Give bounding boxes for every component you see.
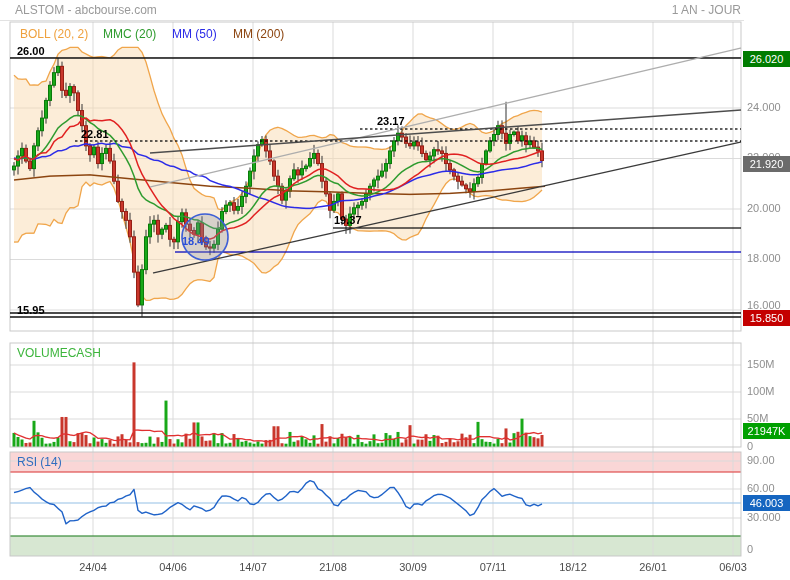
- legend-item-mm50[interactable]: MM (50): [172, 27, 217, 41]
- axis-badge: 15.850: [743, 310, 790, 326]
- x-axis-date-label: 18/12: [559, 561, 587, 573]
- instrument-title: ALSTOM - abcbourse.com: [15, 3, 157, 17]
- y-axis-tick-label: 18.000: [747, 252, 781, 264]
- stock-chart-window: ALSTOM - abcbourse.com 1 AN - JOUR BOLL …: [0, 0, 790, 580]
- y-axis-tick-label: 90.00: [747, 454, 775, 466]
- x-axis-date-label: 24/04: [79, 561, 107, 573]
- x-axis-date-label: 30/09: [399, 561, 427, 573]
- x-axis-date-label: 06/03: [719, 561, 747, 573]
- y-axis-tick-label: 0: [747, 440, 753, 452]
- y-axis-tick-label: 20.000: [747, 202, 781, 214]
- header-divider: [0, 20, 744, 21]
- price-chart-canvas[interactable]: [0, 0, 790, 580]
- axis-badge: 26.020: [743, 51, 790, 67]
- y-axis-tick-label: 30.000: [747, 511, 781, 523]
- price-annotation: 22.81: [81, 128, 109, 140]
- price-annotation: 23.17: [377, 115, 405, 127]
- price-annotation: 19.37: [334, 214, 362, 226]
- axis-badge: 21.920: [743, 156, 790, 172]
- price-annotation: 26.00: [17, 45, 45, 57]
- y-axis-tick-label: 150M: [747, 358, 775, 370]
- y-axis-tick-label: 0: [747, 543, 753, 555]
- y-axis-tick-label: 24.000: [747, 101, 781, 113]
- price-annotation: 18.49: [182, 235, 210, 247]
- legend-item-mm200[interactable]: MM (200): [233, 27, 284, 41]
- x-axis-date-label: 07/11: [480, 561, 507, 573]
- rsi-panel-title: RSI (14): [17, 455, 62, 469]
- axis-badge: 46.003: [743, 495, 790, 511]
- y-axis-tick-label: 100M: [747, 385, 775, 397]
- volume-panel-title: VOLUMECASH: [17, 346, 101, 360]
- axis-badge: 21947K: [743, 423, 790, 439]
- legend-item-bollinger[interactable]: BOLL (20, 2): [20, 27, 88, 41]
- legend-item-mmc20[interactable]: MMC (20): [103, 27, 156, 41]
- x-axis-date-label: 21/08: [319, 561, 347, 573]
- x-axis-date-label: 04/06: [159, 561, 187, 573]
- period-label: 1 AN - JOUR: [672, 3, 741, 17]
- price-annotation: 15.95: [17, 304, 45, 316]
- x-axis-date-label: 26/01: [639, 561, 667, 573]
- y-axis-tick-label: 60.00: [747, 482, 775, 494]
- x-axis-date-label: 14/07: [239, 561, 267, 573]
